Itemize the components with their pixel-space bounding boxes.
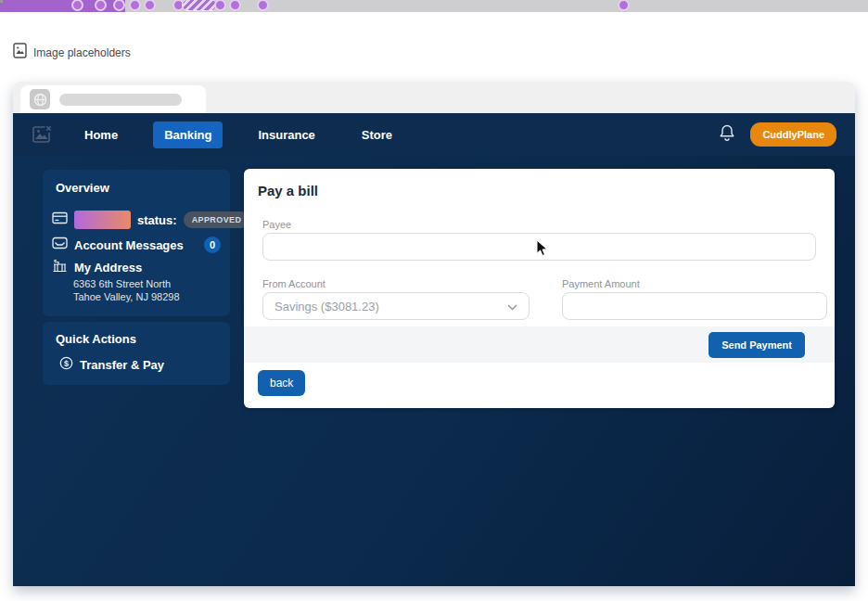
progress-dot <box>257 0 269 11</box>
my-address-label: My Address <box>74 261 142 275</box>
image-placeholders-label: Image placeholders <box>33 46 131 59</box>
banking-app-viewport: Home Banking Insurance Store CuddlyPlane <box>13 113 855 586</box>
nav-tab-banking[interactable]: Banking <box>153 121 223 148</box>
image-placeholders-row: Image placeholders <box>13 43 131 62</box>
overview-title: Overview <box>56 181 109 195</box>
status-badge: APPROVED <box>184 211 250 228</box>
nav-links: Home Banking Insurance Store <box>73 113 403 156</box>
payee-input[interactable] <box>262 233 816 261</box>
send-payment-button[interactable]: Send Payment <box>708 332 805 358</box>
credit-card-icon <box>52 211 68 228</box>
nav-tab-insurance[interactable]: Insurance <box>247 121 326 148</box>
address-line-2: Tahoe Valley, NJ 98298 <box>73 290 180 303</box>
browser-tab-strip <box>13 82 855 113</box>
image-file-icon <box>13 43 27 62</box>
globe-icon <box>30 89 50 109</box>
nav-tab-store[interactable]: Store <box>351 121 403 148</box>
transfer-and-pay-label: Transfer & Pay <box>80 358 164 372</box>
payment-amount-input[interactable] <box>562 292 827 320</box>
tab-title-placeholder <box>59 94 182 106</box>
from-account-select[interactable]: Savings ($3081.23) <box>262 292 530 320</box>
payee-label: Payee <box>262 219 291 230</box>
back-button[interactable]: back <box>258 370 305 396</box>
from-account-value: Savings ($3081.23) <box>274 300 379 313</box>
progress-dot <box>214 0 226 11</box>
svg-text:$: $ <box>64 359 69 368</box>
quick-actions-panel: Quick Actions $ Transfer & Pay <box>43 322 230 385</box>
progress-dot <box>144 0 156 11</box>
card-title: Pay a bill <box>258 183 318 198</box>
payment-amount-label: Payment Amount <box>562 278 640 289</box>
messages-count-badge: 0 <box>204 237 221 253</box>
edge-mark <box>0 0 3 3</box>
account-messages-row[interactable]: Account Messages 0 <box>52 237 221 253</box>
status-row: status: APPROVED <box>52 211 249 229</box>
nav-right: CuddlyPlane <box>719 113 836 156</box>
account-name-placeholder <box>74 211 131 229</box>
progress-dot <box>618 0 630 11</box>
address-line-1: 6363 6th Street North <box>73 277 180 290</box>
progress-hatched-segment <box>182 0 217 11</box>
broken-image-icon <box>32 123 54 149</box>
building-icon <box>52 259 68 276</box>
from-account-label: From Account <box>262 278 326 289</box>
quick-actions-title: Quick Actions <box>56 332 136 346</box>
browser-frame: Home Banking Insurance Store CuddlyPlane <box>13 82 855 586</box>
progress-dot <box>229 0 241 11</box>
app-navbar: Home Banking Insurance Store CuddlyPlane <box>13 113 855 156</box>
status-label: status: <box>137 213 177 227</box>
pay-a-bill-card: Pay a bill Payee From Account Savings ($… <box>244 169 835 408</box>
overview-panel: Overview status: APPROVED <box>43 170 230 316</box>
address-text: 6363 6th Street North Tahoe Valley, NJ 9… <box>73 277 180 303</box>
account-button[interactable]: CuddlyPlane <box>750 122 836 147</box>
transfer-and-pay-link[interactable]: $ Transfer & Pay <box>59 356 164 374</box>
envelope-icon <box>52 237 68 253</box>
nav-tab-home[interactable]: Home <box>73 121 129 148</box>
dollar-circle-icon: $ <box>59 356 73 374</box>
screenshot-stage: Image placeholders <box>0 0 868 601</box>
progress-dot <box>129 0 141 11</box>
account-messages-label: Account Messages <box>74 238 184 252</box>
form-footer: Send Payment <box>244 326 835 363</box>
bell-icon[interactable] <box>719 123 735 146</box>
browser-tab[interactable] <box>20 85 206 113</box>
annotation-progress-bar <box>0 0 868 12</box>
my-address-row: My Address <box>52 259 142 276</box>
chevron-down-icon <box>507 298 517 314</box>
